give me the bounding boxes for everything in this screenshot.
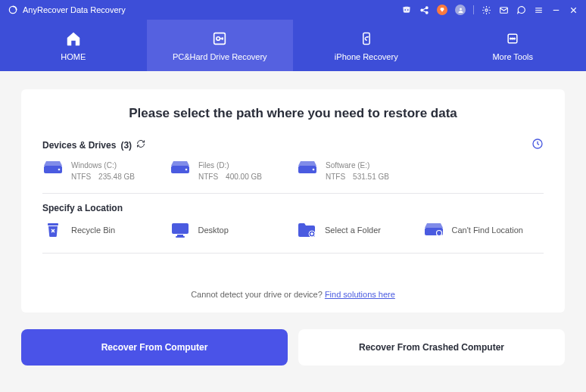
drive-size: 531.51 GB — [353, 171, 389, 182]
loc-label: Desktop — [198, 226, 229, 235]
loc-desktop[interactable]: Desktop — [170, 221, 291, 239]
discord-icon[interactable] — [401, 5, 412, 15]
home-icon — [64, 30, 83, 48]
loc-folder[interactable]: Select a Folder — [296, 221, 417, 239]
tab-label: PC&Hard Drive Recovery — [173, 52, 267, 61]
svg-point-22 — [512, 38, 513, 39]
svg-line-7 — [422, 11, 425, 12]
bottom-buttons: Recover From Computer Recover From Crash… — [0, 320, 586, 375]
main-panel: Please select the path where you need to… — [21, 89, 565, 313]
tab-iphone-recovery[interactable]: iPhone Recovery — [293, 20, 440, 71]
drive-name: Windows (C:) — [71, 160, 135, 171]
drive-d[interactable]: Files (D:) NTFS400.00 GB — [170, 160, 291, 182]
drive-name: Files (D:) — [198, 160, 262, 171]
svg-point-30 — [313, 169, 315, 171]
page-title: Please select the path where you need to… — [42, 106, 544, 121]
loc-recycle-bin[interactable]: Recycle Bin — [42, 221, 164, 239]
drive-size: 235.48 GB — [98, 171, 135, 182]
grid-icon — [503, 30, 522, 48]
drive-e[interactable]: Software (E:) NTFS531.51 GB — [297, 160, 418, 182]
drive-c[interactable]: Windows (C:) NTFS235.48 GB — [42, 160, 164, 182]
svg-rect-34 — [176, 236, 185, 238]
loc-label: Can't Find Location — [452, 226, 523, 235]
key-icon — [210, 30, 229, 48]
drive-fs: NTFS — [198, 171, 218, 182]
recycle-bin-icon — [42, 221, 64, 239]
recover-crashed-button[interactable]: Recover From Crashed Computer — [298, 329, 565, 366]
mail-icon[interactable] — [499, 5, 509, 15]
drive-fs: NTFS — [326, 171, 345, 182]
drive-fs: NTFS — [71, 171, 91, 182]
svg-point-23 — [514, 38, 516, 39]
svg-point-2 — [407, 9, 409, 11]
titlebar: AnyRecover Data Recovery — [0, 0, 586, 20]
notification-badge-icon[interactable] — [437, 5, 447, 15]
drives-row: Windows (C:) NTFS235.48 GB Files (D:) NT… — [42, 160, 544, 194]
devices-header-row: Devices & Drives (3) — [42, 138, 544, 152]
svg-point-1 — [404, 9, 406, 11]
feedback-icon[interactable] — [516, 5, 526, 15]
share-icon[interactable] — [419, 5, 429, 15]
history-icon[interactable] — [531, 138, 544, 152]
svg-line-6 — [422, 8, 425, 9]
detect-text: Cannot detect your drive or device? — [191, 290, 325, 299]
svg-point-18 — [217, 37, 220, 41]
app-logo-icon — [8, 5, 18, 15]
detect-line: Cannot detect your drive or device? Find… — [42, 290, 544, 299]
recover-computer-button[interactable]: Recover From Computer — [21, 329, 288, 366]
svg-rect-19 — [363, 33, 369, 45]
drive-size: 400.00 GB — [226, 171, 262, 182]
svg-point-21 — [510, 38, 512, 39]
tab-more-tools[interactable]: More Tools — [440, 20, 587, 71]
tab-pc-recovery[interactable]: PC&Hard Drive Recovery — [147, 20, 294, 71]
svg-line-38 — [441, 235, 443, 238]
tab-label: HOME — [61, 52, 86, 61]
locations-row: Recycle Bin Desktop Select a Folder Can'… — [42, 221, 544, 254]
svg-point-37 — [436, 231, 441, 236]
hdd-icon — [297, 160, 318, 176]
close-icon[interactable] — [569, 5, 578, 15]
svg-point-28 — [185, 169, 188, 171]
svg-rect-32 — [172, 223, 189, 234]
locations-header: Specify a Location — [42, 203, 544, 213]
minimize-icon[interactable] — [551, 5, 561, 15]
app-title: AnyRecover Data Recovery — [23, 5, 126, 14]
hdd-icon — [42, 160, 64, 176]
hdd-icon — [170, 160, 191, 176]
refresh-icon[interactable] — [136, 139, 145, 151]
hdd-search-icon — [423, 221, 444, 239]
detect-link[interactable]: Find solutions here — [325, 290, 395, 299]
tab-label: iPhone Recovery — [335, 52, 398, 61]
desktop-icon — [170, 221, 191, 239]
devices-count: (3) — [120, 140, 132, 151]
svg-rect-31 — [48, 223, 58, 226]
drive-name: Software (E:) — [326, 160, 389, 171]
svg-point-9 — [485, 8, 488, 11]
svg-point-26 — [58, 169, 61, 171]
settings-icon[interactable] — [482, 5, 491, 15]
phone-refresh-icon — [357, 30, 376, 48]
tab-label: More Tools — [492, 52, 533, 61]
svg-rect-33 — [177, 235, 183, 236]
folder-icon — [296, 221, 317, 239]
devices-header-label: Devices & Drives — [42, 140, 116, 151]
loc-label: Recycle Bin — [71, 226, 115, 235]
menu-icon[interactable] — [534, 5, 544, 15]
svg-point-8 — [460, 8, 462, 10]
loc-label: Select a Folder — [325, 226, 381, 235]
separator — [473, 5, 474, 14]
main-nav: HOME PC&Hard Drive Recovery iPhone Recov… — [0, 20, 586, 71]
tab-home[interactable]: HOME — [0, 20, 147, 71]
user-avatar-icon[interactable] — [455, 5, 466, 15]
loc-cant-find[interactable]: Can't Find Location — [423, 221, 544, 239]
